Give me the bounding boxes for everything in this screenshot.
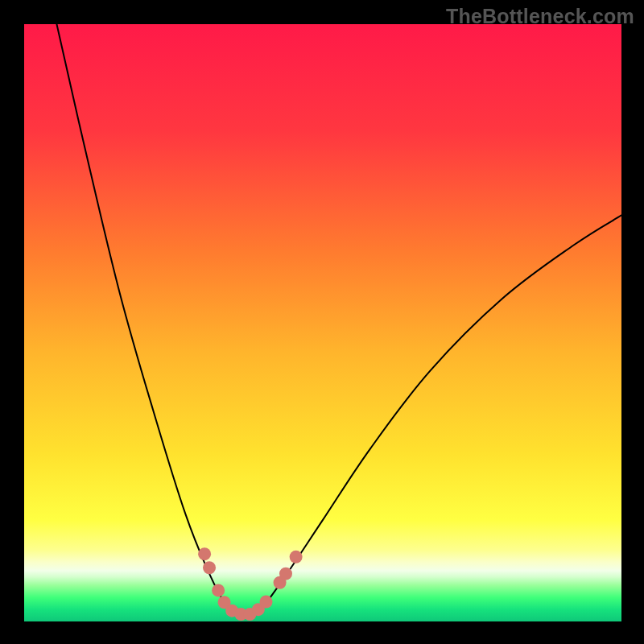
chart-frame: TheBottleneck.com [0, 0, 644, 644]
data-marker [203, 561, 216, 574]
data-marker [290, 551, 303, 564]
data-marker [260, 596, 273, 609]
data-marker [198, 547, 211, 560]
gradient-background [24, 24, 621, 621]
bottleneck-chart [0, 0, 644, 644]
data-marker [279, 568, 292, 580]
data-marker [212, 584, 225, 597]
watermark-text: TheBottleneck.com [446, 5, 634, 28]
